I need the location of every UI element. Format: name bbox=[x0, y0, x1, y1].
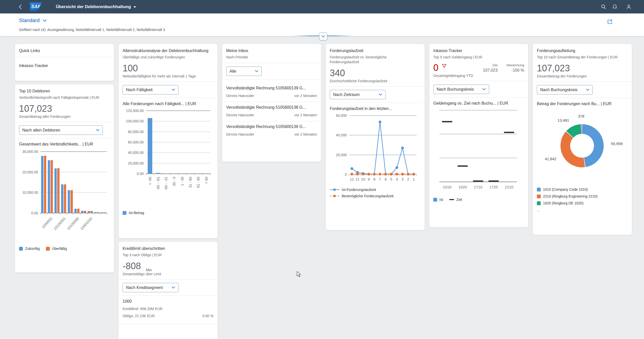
chevron-down-icon bbox=[43, 19, 47, 22]
target-label: Ziel bbox=[492, 63, 498, 67]
divider bbox=[15, 122, 114, 122]
divider bbox=[326, 103, 425, 103]
card-title: Kreditlimit überschritten bbox=[123, 246, 213, 251]
deviation-value: -100 % bbox=[511, 68, 524, 73]
inbox-task-item[interactable]: Vervollständigte Rechnung 5105600138 G..… bbox=[226, 102, 317, 121]
priority-dropdown[interactable]: Alle bbox=[226, 67, 262, 76]
legend-swatch bbox=[537, 201, 541, 205]
search-icon[interactable] bbox=[600, 3, 607, 10]
grouped-bar-chart[interactable]: 30,000.0020,000.0010,000.000.00100000122… bbox=[19, 148, 110, 245]
chart-legend: Ist-Betrag bbox=[123, 211, 213, 215]
svg-text:378: 378 bbox=[578, 114, 584, 118]
svg-text:1720: 1720 bbox=[489, 185, 498, 189]
kpi-label: Gesamtgeldeingang YTD bbox=[433, 74, 524, 78]
svg-text:2210: 2210 bbox=[505, 185, 513, 189]
sap-logo[interactable]: SAP bbox=[30, 3, 42, 11]
dropdown-value: Nach Buchungskreis bbox=[437, 87, 474, 92]
task-title: Vervollständigte Rechnung 5105600136 G..… bbox=[226, 124, 317, 129]
chart-title: Forderungslaufzeit in den letzten... bbox=[330, 106, 421, 111]
legend-swatch bbox=[46, 247, 50, 251]
dropdown-value: Nach Fälligkeit bbox=[126, 88, 153, 92]
bar-chart[interactable]: 120,000.00100,000.0080,000.0060,000.0040… bbox=[123, 107, 213, 209]
legend-swatch bbox=[19, 247, 23, 251]
task-sender: Dennis Haeussler bbox=[226, 113, 254, 117]
card-title: Quick Links bbox=[19, 48, 110, 54]
segment-id: 1000 bbox=[123, 299, 213, 304]
company-code-dropdown[interactable]: Nach Buchungskreis bbox=[433, 85, 489, 94]
legend-swatch bbox=[537, 195, 541, 198]
divider bbox=[222, 79, 321, 79]
svg-text:40,000: 40,000 bbox=[336, 133, 347, 137]
share-icon[interactable] bbox=[606, 18, 614, 25]
donut-chart[interactable]: 50,95841,84213,481378 bbox=[537, 107, 628, 186]
divider bbox=[15, 138, 114, 138]
svg-text:-30 - 0: -30 - 0 bbox=[172, 177, 176, 187]
notifications-bell-icon[interactable] bbox=[611, 3, 618, 10]
task-title: Vervollständigte Rechnung 5105600139 G..… bbox=[226, 86, 317, 90]
sap-logo-text: SAP bbox=[31, 4, 41, 9]
legend-label: Ist-Betrag bbox=[129, 211, 144, 215]
user-profile-icon[interactable] bbox=[625, 3, 632, 10]
task-title: Vervollständigte Rechnung 5105600138 G..… bbox=[226, 105, 317, 110]
legend-label: Ist-Forderungslaufzeit bbox=[342, 188, 376, 192]
dimension-dropdown[interactable]: Nach Kreditsegment bbox=[123, 283, 178, 292]
variant-selector[interactable]: Standard bbox=[19, 18, 47, 23]
svg-text:0.00: 0.00 bbox=[31, 211, 38, 215]
legend-more[interactable]: ... bbox=[537, 208, 540, 212]
card-title: Forderungsaufteilung bbox=[537, 48, 628, 54]
card-subtitle: Überfällige und zukünftige Forderungen bbox=[123, 55, 207, 60]
divider bbox=[119, 279, 218, 280]
kpi-value: 100 bbox=[123, 63, 213, 73]
inbox-task-item[interactable]: Vervollständigte Rechnung 5105600136 G..… bbox=[226, 121, 317, 140]
line-chart[interactable]: 60,00040,00020,0000121110987654321 bbox=[330, 112, 421, 186]
svg-text:0: 0 bbox=[345, 172, 347, 176]
svg-text:< -90: < -90 bbox=[148, 177, 152, 185]
divider bbox=[429, 81, 528, 81]
inbox-task-item[interactable]: Vervollständigte Rechnung 5105600139 G..… bbox=[226, 83, 317, 102]
company-code-dropdown[interactable]: Nach Buchungskreis bbox=[537, 85, 593, 94]
chart-title: Alle Forderungen nach Fälligkeit... | EU… bbox=[123, 102, 213, 106]
dropdown-value: Nach Buchungskreis bbox=[540, 88, 577, 92]
svg-text:> 90: > 90 bbox=[204, 177, 208, 184]
kpi-value: 107,023 bbox=[537, 63, 628, 73]
svg-text:0.00: 0.00 bbox=[137, 172, 144, 176]
chart-legend: Ist-ForderungslaufzeitBestmögliche Forde… bbox=[330, 188, 421, 198]
svg-text:4: 4 bbox=[396, 177, 398, 181]
svg-text:22100001: 22100001 bbox=[53, 216, 67, 231]
task-age: vor 2 Monaten bbox=[294, 132, 317, 136]
app-title: Übersicht der Debitorenbuchhaltung bbox=[56, 4, 131, 9]
svg-text:1000001: 1000001 bbox=[41, 216, 53, 229]
chevron-down-icon bbox=[96, 129, 100, 131]
credit-segment-item[interactable]: 1000 Kreditlimit: 808.20M EUR Obligo: 22… bbox=[123, 299, 213, 318]
svg-text:40,000.00: 40,000.00 bbox=[128, 151, 144, 155]
legend-item: Ist-Betrag bbox=[123, 211, 144, 215]
card-inkasso-tracker: Inkasso-Tracker Top 5 nach Geldeingang |… bbox=[429, 44, 528, 227]
svg-text:100,000.00: 100,000.00 bbox=[126, 119, 144, 123]
legend-label: Bestmögliche Forderungslaufzeit bbox=[342, 194, 393, 198]
chart-title: Gesamtwert des Verbindlichkeits... | EUR bbox=[19, 142, 110, 147]
svg-text:1710: 1710 bbox=[474, 185, 482, 189]
legend-item: 1010 (Company Code 1010) bbox=[537, 187, 588, 191]
dimension-dropdown[interactable]: Nach Fälligkeit bbox=[123, 85, 178, 94]
legend-item: Bestmögliche Forderungslaufzeit bbox=[330, 194, 393, 198]
legend-item: Ist-Forderungslaufzeit bbox=[330, 188, 376, 192]
quick-link-inkasso-tracker[interactable]: Inkasso-Tracker bbox=[19, 60, 110, 69]
expand-header-button[interactable] bbox=[319, 32, 327, 40]
back-icon[interactable] bbox=[17, 4, 24, 10]
svg-text:5: 5 bbox=[390, 177, 392, 181]
app-title-menu[interactable]: Übersicht der Debitorenbuchhaltung bbox=[56, 0, 136, 13]
svg-text:31 - 60: 31 - 60 bbox=[188, 177, 192, 188]
card-kreditlimit-ueberschritten: Kreditlimit überschritten Top 3 nach Obl… bbox=[119, 242, 218, 339]
legend-label: Überfällig bbox=[52, 247, 67, 251]
kpi-value: -808 bbox=[123, 261, 213, 271]
task-sender: Dennis Haeussler bbox=[226, 132, 254, 136]
period-dropdown[interactable]: Nach Zeitraum bbox=[330, 90, 386, 99]
divider bbox=[15, 57, 114, 57]
legend-label: 1010 (Company Code 1010) bbox=[543, 187, 588, 191]
bullet-chart[interactable]: 10101020171017202210 bbox=[433, 107, 524, 196]
svg-text:30,000.00: 30,000.00 bbox=[22, 150, 38, 154]
legend-item: 2210 (Ringburg Engineering 2210) bbox=[537, 194, 598, 198]
legend-label: 1020 (Ringburg DE 1020) bbox=[543, 201, 584, 205]
svg-text:1 - 30: 1 - 30 bbox=[180, 177, 184, 186]
dimension-dropdown[interactable]: Nach allen Debitoren bbox=[19, 125, 103, 135]
